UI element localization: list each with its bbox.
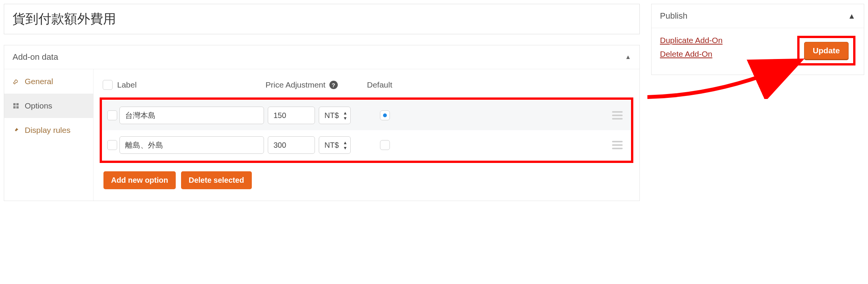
svg-rect-1 [16,103,19,105]
svg-rect-2 [13,106,16,108]
delete-selected-button[interactable]: Delete selected [181,171,252,189]
row-checkbox[interactable] [107,140,117,150]
svg-rect-0 [13,103,16,105]
currency-select[interactable]: NT$ ▴▾ [319,107,351,124]
label-input[interactable] [119,107,264,124]
panel-title: Add-on data [13,52,58,62]
collapse-icon[interactable]: ▲ [848,12,855,21]
addon-data-panel: Add-on data ▲ General Options [4,45,640,201]
help-icon[interactable]: ? [329,81,338,89]
col-header-price: Price Adjustment [265,80,326,89]
update-highlight: Update [797,36,855,65]
default-radio[interactable] [380,140,390,150]
pin-icon [13,127,19,134]
chevron-updown-icon: ▴▾ [344,140,347,150]
update-button[interactable]: Update [804,42,849,59]
select-all-checkbox[interactable] [103,80,113,90]
delete-addon-link[interactable]: Delete Add-On [660,49,723,59]
label-input[interactable] [119,136,264,154]
option-row: NT$ ▴▾ [102,130,631,160]
currency-value: NT$ [324,141,339,150]
sidebar-item-label: Options [25,101,52,110]
drag-handle-icon[interactable] [612,141,623,149]
option-row: NT$ ▴▾ [102,101,631,130]
sidebar-item-label: Display rules [25,126,70,135]
col-header-default: Default [361,80,399,89]
sidebar-item-options[interactable]: Options [4,94,93,118]
sidebar-item-display-rules[interactable]: Display rules [4,118,93,142]
sidebar-item-label: General [25,77,53,86]
svg-rect-3 [16,106,19,108]
panel-header[interactable]: Add-on data ▲ [4,45,639,69]
col-header-label: Label [117,80,265,89]
sidebar: General Options Display rules [4,69,94,201]
duplicate-addon-link[interactable]: Duplicate Add-On [660,36,723,45]
publish-header[interactable]: Publish ▲ [652,4,864,28]
publish-panel: Publish ▲ Duplicate Add-On Delete Add-On… [651,4,864,75]
price-input[interactable] [268,136,315,154]
price-input[interactable] [268,107,315,124]
options-icon [13,103,19,109]
page-title[interactable]: 貨到付款額外費用 [13,10,631,28]
publish-title: Publish [660,11,687,21]
options-rows-highlight: NT$ ▴▾ [100,97,633,163]
wrench-icon [13,78,19,85]
row-checkbox[interactable] [107,110,117,120]
options-header-row: Label Price Adjustment ? Default [100,78,633,97]
default-radio[interactable] [380,110,390,120]
title-box: 貨到付款額外費用 [4,4,640,34]
add-new-option-button[interactable]: Add new option [103,171,176,189]
chevron-updown-icon: ▴▾ [344,110,347,121]
currency-value: NT$ [324,111,339,120]
collapse-icon[interactable]: ▲ [625,54,631,61]
drag-handle-icon[interactable] [612,111,623,120]
currency-select[interactable]: NT$ ▴▾ [319,136,351,154]
sidebar-item-general[interactable]: General [4,69,93,94]
